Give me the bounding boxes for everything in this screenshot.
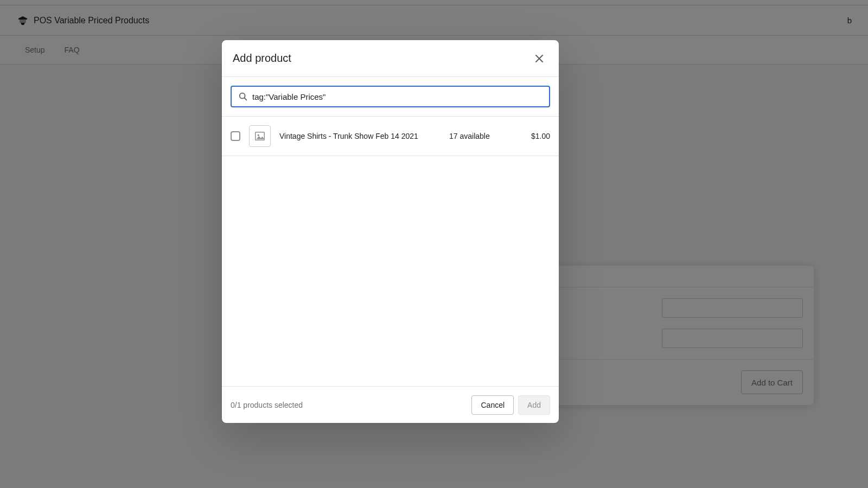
search-icon: [238, 92, 248, 101]
svg-line-1: [245, 98, 247, 100]
product-list: Vintage Shirts - Trunk Show Feb 14 2021 …: [222, 117, 559, 386]
product-price: $1.00: [518, 132, 550, 140]
svg-point-3: [258, 134, 259, 136]
selection-count: 0/1 products selected: [231, 401, 303, 409]
cancel-label: Cancel: [481, 401, 505, 409]
product-thumbnail: [249, 125, 271, 147]
search-input[interactable]: [252, 92, 542, 101]
search-field-wrap[interactable]: [231, 86, 550, 107]
product-row[interactable]: Vintage Shirts - Trunk Show Feb 14 2021 …: [222, 117, 559, 156]
product-checkbox[interactable]: [231, 131, 240, 141]
modal-footer: 0/1 products selected Cancel Add: [222, 386, 559, 423]
modal-title: Add product: [233, 52, 291, 65]
image-placeholder-icon: [254, 130, 266, 142]
modal-header: Add product: [222, 40, 559, 77]
search-row: [222, 77, 559, 117]
add-label: Add: [527, 401, 541, 409]
close-icon: [534, 53, 545, 64]
product-availability: 17 available: [449, 132, 509, 140]
product-name: Vintage Shirts - Trunk Show Feb 14 2021: [279, 132, 441, 140]
add-product-modal: Add product: [222, 40, 559, 423]
add-button[interactable]: Add: [518, 395, 550, 415]
modal-close-button[interactable]: [531, 50, 548, 67]
cancel-button[interactable]: Cancel: [471, 395, 514, 415]
